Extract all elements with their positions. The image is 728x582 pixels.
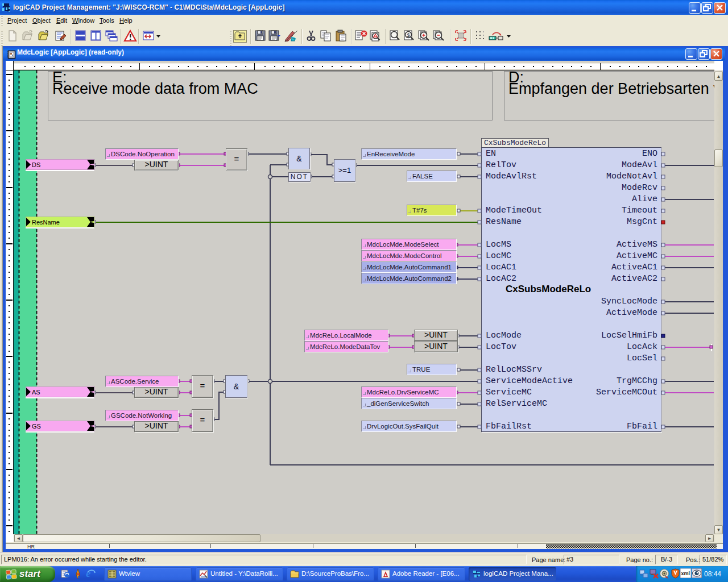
svg-text:$: $ xyxy=(407,32,410,38)
svg-text:xml: xml xyxy=(681,571,690,576)
svg-text:e: e xyxy=(86,568,91,579)
svg-text:HR: HR xyxy=(27,544,35,548)
